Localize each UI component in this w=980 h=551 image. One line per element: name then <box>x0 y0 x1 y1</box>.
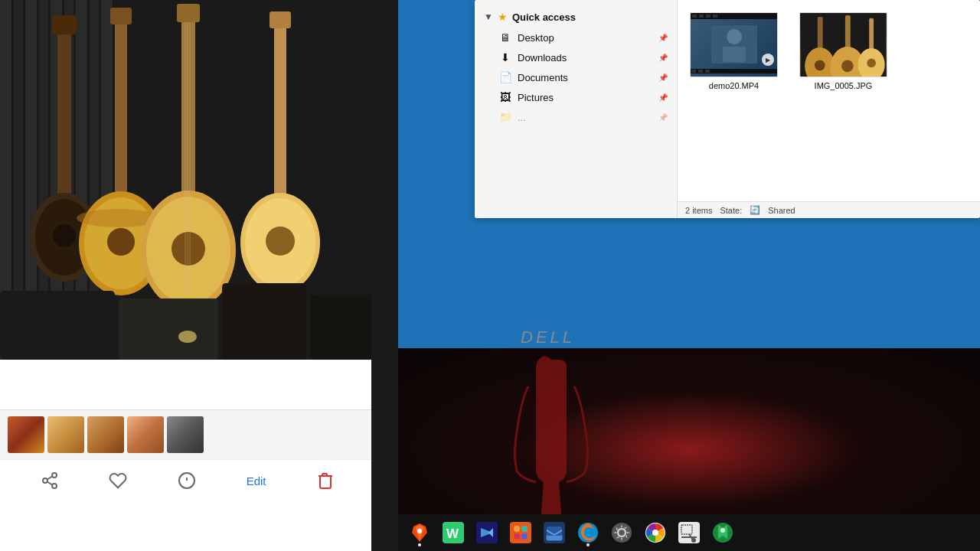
thumbnail-item[interactable] <box>8 416 44 453</box>
film-strip-bottom <box>691 69 777 73</box>
film-strip-top <box>691 13 777 19</box>
film-hole <box>691 70 696 73</box>
taskbar-active-dot <box>586 543 590 546</box>
sidebar-label-downloads: Downloads <box>518 52 652 64</box>
settings-icon <box>611 522 632 543</box>
video-person-preview <box>711 25 757 64</box>
sidebar-item-pictures[interactable]: 🖼 Pictures 📌 <box>475 87 677 107</box>
guitar-svg <box>0 0 375 360</box>
like-button[interactable] <box>109 471 127 490</box>
explorer-content-area: ▶ demo20.MP4 <box>678 0 980 207</box>
image-thumbnail <box>799 12 887 77</box>
svg-point-56 <box>841 60 854 73</box>
pin-icon-more: 📌 <box>658 113 668 122</box>
video-preview: ▶ <box>691 13 777 77</box>
desktop-icon: 🖥 <box>499 31 511 44</box>
file-name-image: IMG_0005.JPG <box>815 80 873 91</box>
sidebar-label-documents: Documents <box>518 72 652 83</box>
phone-device: Edit <box>0 0 398 551</box>
taskbar-settings[interactable] <box>606 517 637 548</box>
info-button[interactable] <box>178 471 196 490</box>
sidebar-item-more[interactable]: 📁 ... 📌 <box>475 107 677 127</box>
svg-point-62 <box>417 529 422 533</box>
sidebar-item-documents[interactable]: 📄 Documents 📌 <box>475 67 677 87</box>
sidebar-label-more: ... <box>518 112 652 123</box>
sidebar-label-pictures: Pictures <box>518 92 652 103</box>
taskbar: W <box>398 514 980 551</box>
edit-button[interactable]: Edit <box>247 474 266 487</box>
color-icon <box>645 522 666 543</box>
delete-button[interactable] <box>316 471 335 490</box>
taskbar-active-dot <box>418 543 421 546</box>
snip-icon <box>678 522 700 543</box>
svg-rect-68 <box>510 522 531 543</box>
thumbnail-item[interactable] <box>47 416 84 453</box>
svg-text:W: W <box>446 527 459 541</box>
share-button[interactable] <box>41 471 59 490</box>
film-hole <box>698 70 703 73</box>
thumbnail-strip <box>0 409 375 459</box>
taskbar-firefox[interactable] <box>573 517 603 548</box>
state-label: State: <box>720 206 742 215</box>
taskbar-wordy-app[interactable]: W <box>438 517 469 548</box>
taskbar-color-app[interactable] <box>640 517 671 548</box>
svg-point-32 <box>266 227 295 256</box>
svg-rect-29 <box>274 11 286 207</box>
video-play-area: ▶ <box>691 19 777 69</box>
svg-point-48 <box>727 29 742 44</box>
svg-rect-36 <box>222 283 306 360</box>
taskbar-inbox-app[interactable] <box>539 517 570 548</box>
image-preview <box>800 13 887 77</box>
svg-rect-15 <box>115 8 127 207</box>
explorer-statusbar: 2 items State: 🔄 Shared <box>678 201 980 218</box>
thumbnail-item[interactable] <box>167 416 204 453</box>
svg-point-41 <box>52 484 57 488</box>
svg-point-71 <box>514 533 520 540</box>
explorer-sidebar: ▼ ★ Quick access 🖥 Desktop 📌 ⬇ Downloads… <box>475 0 678 218</box>
phone-content-area: Edit <box>0 360 375 501</box>
directx-icon <box>476 522 498 543</box>
film-hole <box>705 70 710 73</box>
file-item-image[interactable]: IMG_0005.JPG <box>796 9 890 94</box>
documents-icon: 📄 <box>499 71 511 83</box>
svg-point-38 <box>178 331 197 343</box>
taskbar-maps-app[interactable] <box>707 517 738 548</box>
file-item-video[interactable]: ▶ demo20.MP4 <box>687 9 781 94</box>
svg-line-43 <box>47 477 52 480</box>
taskbar-directx-app[interactable] <box>472 517 502 548</box>
svg-rect-34 <box>0 291 115 360</box>
downloads-icon: ⬇ <box>499 51 511 64</box>
device-silhouette <box>475 356 628 540</box>
phone-screen: Edit <box>0 0 375 551</box>
taskbar-brave-browser[interactable] <box>404 517 435 548</box>
sidebar-label-desktop: Desktop <box>518 32 652 44</box>
person-silhouette <box>711 25 757 64</box>
svg-rect-37 <box>310 295 375 360</box>
taskbar-game-app[interactable] <box>505 517 536 548</box>
thumbnail-item[interactable] <box>127 416 164 453</box>
svg-point-53 <box>815 60 825 71</box>
thumbnail-item[interactable] <box>87 416 124 453</box>
pictures-icon: 🖼 <box>499 91 511 103</box>
svg-point-85 <box>691 538 696 543</box>
maps-icon <box>712 522 733 543</box>
quick-access-header[interactable]: ▼ ★ Quick access <box>475 6 677 28</box>
svg-line-42 <box>47 482 52 485</box>
sidebar-item-desktop[interactable]: 🖥 Desktop 📌 <box>475 28 677 47</box>
pin-icon-documents: 📌 <box>658 73 668 82</box>
taskbar-snip-tool[interactable] <box>674 517 704 548</box>
svg-rect-21 <box>181 4 195 210</box>
film-hole <box>706 15 710 18</box>
play-button-overlay: ▶ <box>762 54 774 66</box>
pin-icon-downloads: 📌 <box>658 54 668 62</box>
phone-action-bar: Edit <box>0 459 375 501</box>
sidebar-item-downloads[interactable]: ⬇ Downloads 📌 <box>475 47 677 67</box>
inbox-icon <box>544 522 565 543</box>
svg-point-40 <box>43 478 47 483</box>
shared-status: Shared <box>768 206 795 215</box>
svg-rect-49 <box>723 47 746 62</box>
svg-rect-28 <box>177 4 200 22</box>
svg-rect-35 <box>119 298 218 360</box>
video-thumbnail: ▶ <box>690 12 778 77</box>
svg-point-70 <box>521 526 528 532</box>
